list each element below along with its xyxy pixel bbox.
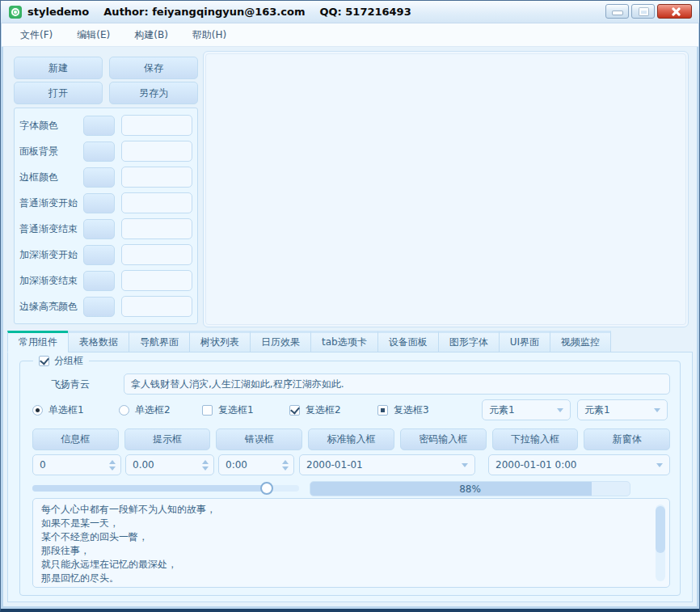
color-swatch-button[interactable] — [83, 245, 115, 265]
app-window: styledemo Author: feiyangqingyun@163.com… — [0, 0, 700, 612]
new-button[interactable]: 新建 — [14, 57, 103, 79]
info-box-button[interactable]: 信息框 — [32, 428, 119, 450]
error-box-button[interactable]: 错误框 — [216, 428, 302, 450]
menu-build[interactable]: 构建(B) — [122, 24, 180, 46]
tab-video-monitor[interactable]: 视频监控 — [550, 331, 611, 352]
tab-nav-ui[interactable]: 导航界面 — [129, 331, 190, 352]
textarea-line: 就只能永远埋在记忆的最深处， — [41, 558, 650, 572]
close-button[interactable] — [657, 4, 692, 19]
new-window-button[interactable]: 新窗体 — [584, 428, 670, 450]
color-row-edge-highlight-color: 边缘高亮颜色 — [19, 296, 192, 317]
checkbox-1[interactable]: 复选框1 — [202, 399, 254, 420]
combobox-1[interactable]: 元素1 — [482, 399, 571, 420]
scrollbar-thumb[interactable] — [656, 506, 665, 553]
time-edit[interactable]: 0:00 — [218, 454, 294, 475]
tab-common-widgets[interactable]: 常用组件 — [7, 331, 69, 352]
chevron-down-icon — [654, 408, 660, 412]
color-value-field[interactable] — [121, 141, 192, 162]
tip-box-button[interactable]: 提示框 — [124, 428, 211, 450]
window-title: styledemo — [27, 6, 89, 18]
spin-down-icon — [282, 466, 289, 471]
color-row-label: 边框颜色 — [19, 171, 83, 184]
checkbox-checked-icon — [289, 405, 300, 416]
save-button[interactable]: 保存 — [109, 57, 198, 79]
textarea-line: 如果不是某一天， — [41, 517, 650, 530]
spin-arrows[interactable] — [104, 460, 120, 471]
color-row-dark-gradient-start: 加深渐变开始 — [19, 244, 192, 265]
menu-file[interactable]: 文件(F) — [8, 24, 65, 46]
input-box-button[interactable]: 标准输入框 — [308, 428, 394, 450]
color-value-field[interactable] — [121, 115, 192, 136]
password-box-button[interactable]: 密码输入框 — [400, 428, 487, 450]
color-row-label: 加深渐变开始 — [19, 248, 83, 262]
tab-tab-control[interactable]: tab选项卡 — [310, 331, 378, 352]
color-value-field[interactable] — [121, 167, 192, 188]
window-qq: QQ: 517216493 — [319, 6, 411, 18]
int-spinbox[interactable]: 0 — [32, 454, 121, 475]
color-swatch-button[interactable] — [83, 297, 115, 317]
datetime-edit[interactable]: 2000-01-01 0:00 — [488, 454, 670, 475]
color-row-label: 普通渐变结束 — [19, 222, 83, 236]
tab-device-panel[interactable]: 设备面板 — [377, 331, 439, 352]
menu-edit[interactable]: 编辑(E) — [65, 24, 122, 46]
color-swatch-button[interactable] — [83, 116, 115, 136]
date-edit[interactable]: 2000-01-01 — [299, 454, 475, 475]
color-value-field[interactable] — [121, 270, 192, 291]
minimize-button[interactable] — [605, 4, 629, 19]
tab-icon-font[interactable]: 图形字体 — [438, 331, 500, 352]
save-as-button[interactable]: 另存为 — [109, 82, 198, 104]
style-preview-inner — [205, 53, 686, 325]
checkbox-3[interactable]: 复选框3 — [377, 399, 429, 420]
tab-ui[interactable]: UI界面 — [499, 331, 550, 352]
menu-help[interactable]: 帮助(H) — [180, 24, 238, 46]
color-value-field[interactable] — [121, 296, 192, 317]
tabbar: 常用组件 表格数据 导航界面 树状列表 日历效果 tab选项卡 设备面板 图形字… — [7, 331, 610, 352]
groupbox-checkbox[interactable] — [39, 356, 49, 366]
color-swatch-button[interactable] — [83, 141, 115, 162]
tab-tree-list[interactable]: 树状列表 — [189, 331, 251, 352]
spinners-row: 0 0.00 0:00 2000-01-01 20 — [32, 454, 670, 475]
slider-fill — [32, 485, 267, 492]
spin-arrows[interactable] — [277, 460, 293, 471]
combo-box-button[interactable]: 下拉输入框 — [492, 428, 579, 450]
color-swatch-button[interactable] — [83, 193, 115, 213]
gauge-row: 88% — [32, 480, 670, 496]
style-preview-panel[interactable] — [203, 51, 689, 327]
color-row-label: 面板背景 — [19, 145, 83, 158]
window-controls — [605, 4, 692, 19]
chevron-down-icon — [557, 408, 563, 412]
open-button[interactable]: 打开 — [14, 82, 103, 104]
vertical-scrollbar[interactable] — [656, 504, 665, 581]
checkbox-2[interactable]: 复选框2 — [289, 399, 341, 420]
groupbox-legend: 分组框 — [33, 354, 89, 368]
spin-arrows[interactable] — [197, 460, 213, 471]
progress-label: 88% — [310, 482, 630, 496]
name-input[interactable] — [124, 374, 670, 395]
color-row-label: 普通渐变开始 — [19, 196, 83, 210]
color-value-field[interactable] — [121, 244, 192, 265]
slider-handle[interactable] — [260, 482, 273, 495]
double-spinbox[interactable]: 0.00 — [125, 454, 214, 475]
app-icon — [9, 6, 22, 19]
maximize-button[interactable] — [631, 4, 655, 19]
tab-table-data[interactable]: 表格数据 — [68, 331, 129, 352]
story-textarea[interactable]: 每个人心中都有一段鲜不为人知的故事， 如果不是某一天， 某个不经意的回头一瞥， … — [32, 498, 670, 588]
progress-bar: 88% — [310, 481, 630, 496]
tab-calendar[interactable]: 日历效果 — [250, 331, 311, 352]
color-swatch-button[interactable] — [83, 271, 115, 291]
color-row-label: 字体颜色 — [19, 119, 83, 133]
color-value-field[interactable] — [121, 218, 192, 239]
combobox-2[interactable]: 元素1 — [577, 399, 668, 420]
color-value-field[interactable] — [121, 192, 192, 213]
checkbox-unchecked-icon — [202, 405, 213, 416]
radio-1[interactable]: 单选框1 — [32, 399, 84, 420]
textarea-line: 那段往事， — [41, 544, 650, 558]
color-swatch-button[interactable] — [83, 167, 115, 188]
slider[interactable] — [32, 480, 299, 496]
spin-down-icon — [109, 466, 116, 471]
radio-2[interactable]: 单选框2 — [119, 399, 171, 420]
dialog-buttons-row: 信息框 提示框 错误框 标准输入框 密码输入框 下拉输入框 新窗体 — [32, 428, 670, 450]
color-swatch-button[interactable] — [83, 219, 115, 239]
spin-down-icon — [202, 466, 209, 471]
minimize-icon — [613, 11, 622, 15]
